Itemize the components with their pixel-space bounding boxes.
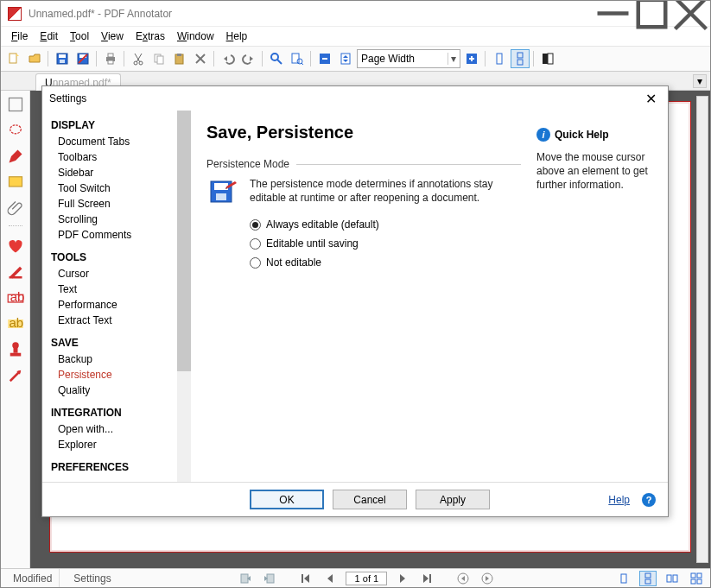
nav-item[interactable]: Open with... — [51, 421, 191, 437]
marker-tool-icon[interactable] — [7, 263, 24, 281]
dark-mode-icon[interactable] — [538, 49, 557, 68]
title-bar: Unnamed.pdf* - PDF Annotator — [1, 1, 710, 27]
find-icon[interactable] — [267, 49, 286, 68]
dialog-footer: OK Cancel Apply Help ? — [42, 482, 668, 516]
view-two-continuous-icon[interactable] — [688, 571, 705, 586]
view-continuous-icon[interactable] — [639, 571, 657, 586]
page-input[interactable] — [346, 572, 387, 585]
stamp-tool-icon[interactable] — [7, 341, 24, 358]
next-annot-page-icon[interactable] — [261, 571, 278, 586]
cancel-button[interactable]: Cancel — [333, 490, 407, 509]
menu-window[interactable]: Window — [172, 28, 219, 44]
next-page-icon[interactable] — [394, 571, 411, 586]
nav-item[interactable]: Persistence — [51, 367, 191, 383]
close-button[interactable] — [671, 1, 710, 27]
svg-rect-45 — [9, 98, 22, 111]
nav-item[interactable]: Full Screen — [51, 196, 191, 212]
maximize-button[interactable] — [632, 1, 671, 27]
highlight-tool-icon[interactable]: abl — [7, 315, 24, 332]
svg-rect-77 — [667, 575, 671, 582]
menu-extras[interactable]: Extras — [130, 28, 170, 44]
nav-item[interactable]: Tool Switch — [51, 180, 191, 196]
nav-item[interactable]: Text — [51, 281, 191, 297]
quick-help-panel: i Quick Help Move the mouse cursor above… — [536, 123, 652, 475]
persistence-option[interactable]: Editable until saving — [250, 237, 521, 250]
nav-item[interactable]: Toolbars — [51, 149, 191, 165]
textbox-tool-icon[interactable]: ab — [7, 289, 24, 307]
nav-item[interactable]: Performance — [51, 297, 191, 313]
nav-item[interactable]: Scrolling — [51, 212, 191, 227]
nav-forward-icon[interactable] — [479, 571, 496, 586]
undo-icon[interactable] — [219, 49, 238, 68]
minimize-button[interactable] — [594, 1, 632, 27]
persistence-option[interactable]: Always editable (default) — [250, 218, 521, 231]
settings-dialog: Settings ✕ DISPLAYDocument TabsToolbarsS… — [41, 85, 669, 517]
nav-item[interactable]: Explorer — [51, 437, 191, 452]
toolbar-separator — [46, 49, 51, 68]
zoom-in-icon[interactable] — [462, 49, 481, 68]
open-icon[interactable] — [25, 49, 44, 68]
vertical-scrollbar[interactable] — [696, 96, 708, 563]
print-icon[interactable] — [101, 49, 120, 68]
save-icon[interactable] — [53, 49, 72, 68]
nav-item[interactable]: Cursor — [51, 266, 191, 281]
svg-line-31 — [302, 63, 303, 65]
nav-back-icon[interactable] — [454, 571, 472, 586]
save-variant-icon[interactable] — [73, 49, 92, 68]
first-page-icon[interactable] — [297, 571, 314, 586]
nav-item[interactable]: PDF Comments — [51, 227, 191, 243]
menu-tool[interactable]: Tool — [65, 28, 94, 44]
fit-page-icon[interactable] — [336, 49, 355, 68]
nav-item[interactable]: Sidebar — [51, 165, 191, 180]
nav-scrollbar[interactable] — [177, 111, 191, 482]
ok-button[interactable]: OK — [250, 490, 324, 509]
favorite-tool-icon[interactable] — [7, 237, 24, 255]
redo-icon[interactable] — [239, 49, 258, 68]
zoom-select[interactable]: Page Width ▾ — [357, 49, 460, 68]
svg-rect-29 — [292, 54, 299, 63]
fieldset-label: Persistence Mode — [206, 158, 289, 170]
lasso-tool-icon[interactable] — [7, 122, 24, 139]
dialog-close-button[interactable]: ✕ — [640, 88, 661, 109]
prev-page-icon[interactable] — [321, 571, 339, 586]
delete-icon[interactable] — [191, 49, 210, 68]
help-icon[interactable]: ? — [642, 493, 656, 507]
info-icon: i — [536, 128, 550, 142]
menu-help[interactable]: Help — [221, 28, 253, 44]
attach-tool-icon[interactable] — [7, 199, 24, 217]
svg-rect-8 — [60, 60, 65, 63]
settings-nav[interactable]: DISPLAYDocument TabsToolbarsSidebarTool … — [42, 111, 191, 482]
arrow-tool-icon[interactable] — [7, 367, 24, 384]
note-tool-icon[interactable] — [7, 174, 24, 191]
view-two-page-icon[interactable] — [663, 571, 681, 586]
layout-single-icon[interactable] — [490, 49, 509, 68]
last-page-icon[interactable] — [418, 571, 435, 586]
menu-file[interactable]: File — [6, 28, 33, 44]
zoom-out-icon[interactable] — [315, 49, 334, 68]
cut-icon[interactable] — [129, 49, 148, 68]
toolbar-separator — [260, 49, 265, 68]
persistence-option[interactable]: Not editable — [250, 256, 521, 269]
tabstrip-dropdown[interactable]: ▾ — [693, 74, 707, 88]
prev-annot-page-icon[interactable] — [237, 571, 254, 586]
copy-icon[interactable] — [149, 49, 168, 68]
nav-item[interactable]: Extract Text — [51, 313, 191, 328]
apply-button[interactable]: Apply — [416, 490, 490, 509]
status-context: Settings — [67, 569, 117, 587]
nav-item[interactable]: Document Tabs — [51, 134, 191, 149]
svg-rect-82 — [697, 579, 701, 584]
pen-tool-icon[interactable] — [7, 148, 24, 165]
nav-item[interactable]: Quality — [51, 383, 191, 398]
search-doc-icon[interactable] — [288, 49, 307, 68]
help-link[interactable]: Help — [608, 494, 630, 506]
menu-edit[interactable]: Edit — [35, 28, 63, 44]
layout-continuous-icon[interactable] — [511, 49, 530, 68]
svg-point-46 — [10, 125, 21, 134]
view-single-icon[interactable] — [615, 571, 632, 586]
checkbox-tool-icon[interactable] — [7, 96, 24, 113]
new-icon[interactable] — [4, 49, 23, 68]
nav-item[interactable]: Backup — [51, 351, 191, 367]
quick-help-body: Move the mouse cursor above an element t… — [536, 150, 652, 192]
menu-view[interactable]: View — [96, 28, 129, 44]
paste-icon[interactable] — [170, 49, 189, 68]
